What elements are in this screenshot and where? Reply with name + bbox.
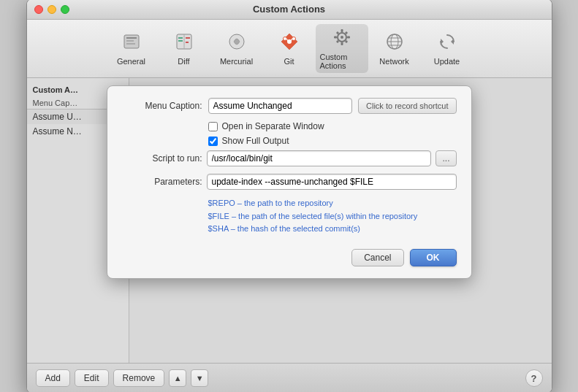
svg-rect-3 (126, 43, 135, 45)
svg-marker-32 (441, 39, 444, 45)
show-full-checkbox[interactable] (208, 137, 218, 146)
toolbar-general-label: General (117, 57, 145, 66)
svg-rect-2 (126, 40, 134, 42)
svg-rect-9 (186, 42, 189, 43)
script-row: Script to run: ... (122, 150, 457, 166)
browse-button[interactable]: ... (436, 150, 456, 166)
add-button[interactable]: Add (36, 369, 70, 387)
open-separate-row: Open in Separate Window (122, 121, 457, 131)
move-down-button[interactable]: ▼ (191, 369, 208, 387)
diff-icon (174, 31, 194, 55)
svg-rect-18 (341, 29, 343, 32)
help-line-2: $FILE – the path of the selected file(s)… (208, 210, 457, 223)
svg-rect-6 (178, 37, 183, 39)
toolbar: General Diff M (27, 20, 552, 78)
move-up-button[interactable]: ▲ (169, 369, 186, 387)
traffic-lights (34, 5, 69, 14)
svg-rect-1 (126, 37, 137, 39)
svg-point-13 (292, 37, 295, 41)
close-button[interactable] (34, 5, 43, 14)
dialog-buttons: Cancel OK (122, 246, 457, 266)
minimize-button[interactable] (47, 5, 56, 14)
titlebar: Custom Actions (27, 0, 552, 20)
help-line-1: $REPO – the path to the repository (208, 197, 457, 210)
menu-caption-row: Menu Caption: Click to record shortcut (122, 98, 457, 114)
toolbar-network-label: Network (379, 57, 408, 66)
toolbar-diff-label: Diff (178, 57, 189, 66)
shortcut-button[interactable]: Click to record shortcut (358, 98, 456, 114)
svg-rect-7 (186, 37, 190, 39)
cancel-button[interactable]: Cancel (351, 249, 403, 266)
ok-button[interactable]: OK (410, 249, 457, 266)
maximize-button[interactable] (61, 5, 69, 14)
main-window: Custom Actions General (26, 0, 552, 392)
toolbar-diff[interactable]: Diff (158, 28, 210, 69)
svg-rect-19 (341, 42, 343, 45)
bottombar: Add Edit Remove ▲ ▼ ? (27, 363, 552, 392)
mercurial-icon (227, 31, 247, 55)
custom-actions-icon (332, 27, 352, 50)
svg-point-12 (283, 37, 286, 41)
toolbar-custom-actions[interactable]: Custom Actions (316, 24, 368, 73)
svg-rect-21 (347, 36, 350, 39)
help-button[interactable]: ? (525, 369, 543, 387)
parameters-row: Parameters: (122, 174, 457, 190)
window-title: Custom Actions (253, 4, 325, 15)
toolbar-git-label: Git (284, 57, 294, 66)
parameters-label: Parameters: (122, 177, 202, 187)
toolbar-update-label: Update (434, 57, 460, 66)
script-input[interactable] (207, 150, 432, 166)
help-line-3: $SHA – the hash of the selected commit(s… (208, 223, 457, 236)
network-icon (384, 31, 405, 55)
update-icon (437, 31, 457, 55)
toolbar-mercurial[interactable]: Mercurial (210, 28, 263, 69)
dialog-overlay: Menu Caption: Click to record shortcut O… (27, 78, 552, 363)
svg-marker-31 (451, 39, 454, 45)
toolbar-mercurial-label: Mercurial (220, 57, 253, 66)
svg-point-17 (341, 36, 343, 39)
menu-caption-label: Menu Caption: (122, 101, 202, 111)
toolbar-general[interactable]: General (105, 28, 158, 69)
remove-button[interactable]: Remove (113, 369, 165, 387)
script-label: Script to run: (122, 153, 202, 164)
git-icon (279, 31, 300, 55)
edit-button[interactable]: Edit (75, 369, 109, 387)
show-full-label[interactable]: Show Full Output (222, 136, 289, 146)
content-area: Custom A… Menu Cap… Key Assume U… Assume… (27, 78, 552, 363)
toolbar-custom-actions-label: Custom Actions (320, 53, 364, 70)
svg-rect-20 (334, 36, 337, 39)
open-separate-checkbox[interactable] (208, 122, 218, 131)
open-separate-label[interactable]: Open in Separate Window (222, 121, 324, 131)
svg-rect-8 (178, 40, 183, 42)
edit-dialog: Menu Caption: Click to record shortcut O… (107, 85, 472, 279)
toolbar-network[interactable]: Network (368, 28, 421, 69)
help-text: $REPO – the path to the repository $FILE… (122, 197, 457, 236)
menu-caption-input[interactable] (208, 98, 353, 114)
toolbar-git[interactable]: Git (263, 28, 316, 69)
parameters-input[interactable] (207, 174, 457, 190)
toolbar-update[interactable]: Update (421, 28, 474, 69)
show-full-row: Show Full Output (122, 136, 457, 146)
general-icon (121, 31, 142, 55)
